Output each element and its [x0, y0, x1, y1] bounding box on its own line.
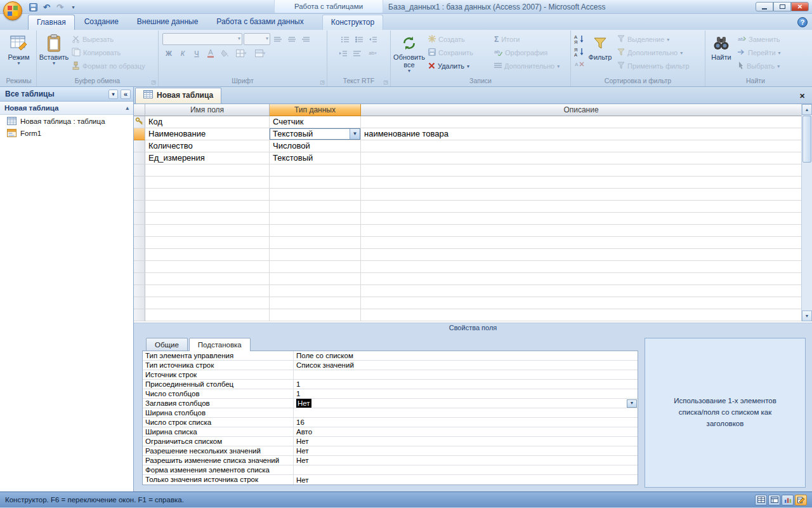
data-type-cell[interactable]	[270, 249, 361, 261]
data-type-cell[interactable]	[270, 237, 361, 249]
more-records-button[interactable]: Дополнительно ▾	[492, 60, 562, 72]
property-value[interactable]: 1	[294, 380, 638, 389]
property-row[interactable]: Заглавия столбцовНет▼	[143, 399, 638, 408]
property-row[interactable]: Источник строк	[143, 370, 638, 380]
undo-icon[interactable]: ↶	[41, 2, 52, 12]
nav-pane-header[interactable]: Все таблицы ▾ «	[0, 87, 133, 102]
row-selector[interactable]	[134, 201, 145, 213]
scrollbar-thumb[interactable]	[802, 116, 811, 163]
nav-item-form1[interactable]: Form1	[0, 127, 133, 139]
property-value[interactable]	[294, 465, 638, 474]
data-type-cell[interactable]: Числовой	[270, 140, 361, 152]
ribbon-tab-external-data[interactable]: Внешние данные	[128, 14, 207, 30]
row-selector[interactable]	[134, 297, 145, 309]
data-type-cell[interactable]	[270, 177, 361, 189]
data-type-cell[interactable]	[270, 297, 361, 309]
property-row[interactable]: Число строк списка16	[143, 418, 638, 427]
cut-button[interactable]: Вырезать	[69, 33, 148, 46]
pivot-table-view-icon[interactable]	[768, 495, 780, 505]
field-name-cell[interactable]: Ед_измерения	[145, 152, 270, 164]
totals-button[interactable]: Σ Итоги	[492, 33, 562, 46]
field-row-empty[interactable]	[134, 285, 801, 297]
property-value[interactable]: Список значений	[294, 361, 638, 370]
save-record-button[interactable]: Сохранить	[426, 46, 492, 59]
filter-button[interactable]: Фильтр	[586, 32, 615, 62]
field-name-cell[interactable]	[145, 177, 270, 189]
ribbon-tab-create[interactable]: Создание	[75, 14, 128, 30]
data-type-cell[interactable]	[270, 261, 361, 273]
column-header-field-name[interactable]: Имя поля	[145, 104, 270, 116]
help-icon[interactable]: ?	[797, 17, 808, 27]
data-type-cell[interactable]	[270, 285, 361, 297]
datasheet-view-icon[interactable]	[755, 495, 767, 505]
description-cell[interactable]	[361, 164, 801, 177]
collapse-group-icon[interactable]: ▴	[126, 105, 129, 111]
field-name-cell[interactable]	[145, 213, 270, 225]
ribbon-tab-database-tools[interactable]: Работа с базами данных	[207, 14, 312, 30]
description-cell[interactable]	[361, 309, 801, 321]
field-name-cell[interactable]	[145, 237, 270, 249]
field-row-empty[interactable]	[134, 273, 801, 285]
spelling-button[interactable]: ab Орфография	[492, 46, 562, 59]
row-selector[interactable]	[134, 152, 145, 164]
property-value[interactable]	[294, 370, 638, 379]
goto-button[interactable]: Перейти ▾	[735, 46, 783, 59]
field-row-empty[interactable]	[134, 213, 801, 225]
data-type-cell[interactable]: Текстовый▼	[270, 128, 361, 140]
row-selector[interactable]	[134, 164, 145, 177]
field-row-empty[interactable]	[134, 225, 801, 237]
field-row-empty[interactable]	[134, 261, 801, 273]
close-button[interactable]: ✕	[791, 2, 809, 11]
field-row-empty[interactable]	[134, 177, 801, 189]
field-row-empty[interactable]	[134, 164, 801, 177]
description-cell[interactable]	[361, 189, 801, 201]
property-row[interactable]: Ширина спискаАвто	[143, 427, 638, 437]
find-button[interactable]: Найти	[707, 32, 735, 62]
field-row-empty[interactable]	[134, 237, 801, 249]
scroll-down-icon[interactable]: ▼	[802, 311, 812, 321]
save-icon[interactable]	[28, 2, 39, 12]
field-row-naimenovanie[interactable]: НаименованиеТекстовый▼наименование товар…	[134, 128, 801, 140]
ribbon-tab-home[interactable]: Главная	[28, 15, 75, 30]
description-cell[interactable]	[361, 261, 801, 273]
data-type-cell[interactable]	[270, 213, 361, 225]
dropdown-icon[interactable]: ▼	[350, 129, 360, 139]
property-value[interactable]: Нет	[294, 437, 638, 446]
close-document-icon[interactable]: ✕	[797, 91, 807, 101]
row-selector[interactable]	[134, 213, 145, 225]
field-name-cell[interactable]	[145, 297, 270, 309]
field-name-cell[interactable]	[145, 189, 270, 201]
row-selector[interactable]	[134, 128, 145, 140]
row-selector[interactable]	[134, 237, 145, 249]
description-cell[interactable]	[361, 273, 801, 285]
property-value[interactable]	[294, 408, 638, 417]
data-type-cell[interactable]	[270, 164, 361, 177]
row-selector[interactable]	[134, 285, 145, 297]
property-row[interactable]: Разрешить изменение списка значенийНет	[143, 456, 638, 465]
nav-group-header[interactable]: Новая таблица ▴	[0, 102, 133, 115]
select-button[interactable]: Выбрать ▾	[735, 60, 783, 72]
property-row[interactable]: Тип источника строкСписок значений	[143, 361, 638, 370]
row-selector[interactable]	[134, 140, 145, 152]
property-row[interactable]: Разрешение нескольких значенийНет	[143, 446, 638, 456]
data-type-cell[interactable]	[270, 225, 361, 237]
field-row-empty[interactable]	[134, 297, 801, 309]
data-type-cell[interactable]: Счетчик	[270, 116, 361, 128]
property-value[interactable]: Авто	[294, 427, 638, 436]
view-button[interactable]: Режим ▾	[4, 32, 34, 67]
field-name-cell[interactable]: Количество	[145, 140, 270, 152]
restore-button[interactable]	[773, 2, 791, 11]
data-type-cell[interactable]	[270, 189, 361, 201]
row-selector[interactable]	[134, 249, 145, 261]
description-cell[interactable]	[361, 177, 801, 189]
sort-ascending-button[interactable]: АЯ	[573, 33, 586, 45]
refresh-all-button[interactable]: Обновить все ▾	[393, 32, 426, 75]
property-row[interactable]: Ширина столбцов	[143, 408, 638, 418]
field-name-cell[interactable]	[145, 273, 270, 285]
nav-collapse-icon[interactable]: «	[121, 90, 131, 99]
property-row[interactable]: Только значения источника строкНет	[143, 475, 638, 485]
property-row[interactable]: Присоединенный столбец1	[143, 380, 638, 389]
description-cell[interactable]: наименование товара	[361, 128, 801, 140]
field-name-cell[interactable]	[145, 285, 270, 297]
data-type-cell[interactable]	[270, 201, 361, 213]
